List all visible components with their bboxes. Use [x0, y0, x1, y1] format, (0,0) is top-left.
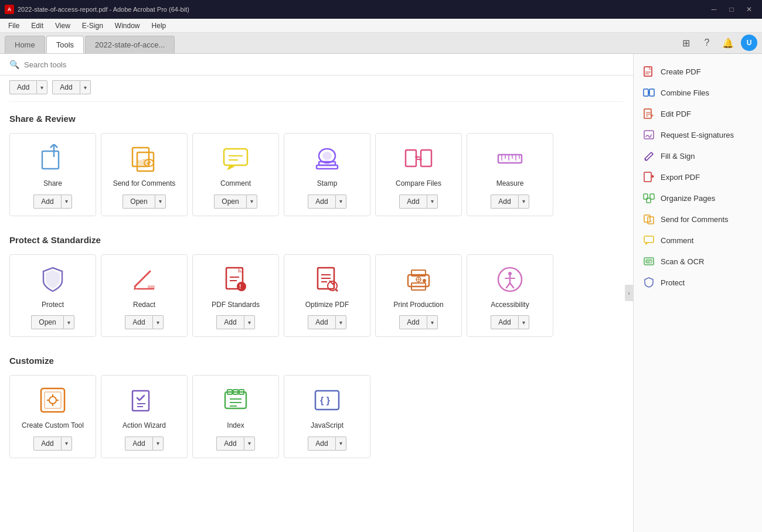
top-add-main-1[interactable]: Add [9, 80, 36, 94]
avatar[interactable]: U [741, 35, 757, 51]
right-panel-create-pdf[interactable]: Create PDF [634, 61, 762, 82]
organize-pages-icon [643, 192, 655, 204]
redact-dropdown[interactable]: ▾ [152, 315, 164, 329]
right-panel-combine-files[interactable]: Combine Files [634, 82, 762, 103]
right-panel-edit-pdf[interactable]: Edit PDF [634, 103, 762, 124]
top-add-main-2[interactable]: Add [52, 80, 79, 94]
tool-card-create-custom-tool[interactable]: Create Custom Tool Add ▾ [9, 375, 96, 458]
menu-file[interactable]: File [4, 21, 24, 31]
pdf-standards-dropdown[interactable]: ▾ [244, 315, 255, 329]
menu-edit[interactable]: Edit [26, 21, 48, 31]
share-add-dropdown[interactable]: ▾ [61, 195, 72, 209]
protect-dropdown[interactable]: ▾ [63, 315, 74, 329]
tool-card-print-production[interactable]: Print Production Add ▾ [375, 254, 462, 337]
print-production-icon [403, 264, 434, 295]
close-button[interactable]: ✕ [741, 1, 757, 18]
print-production-add-btn[interactable]: Add [399, 315, 426, 329]
index-dropdown[interactable]: ▾ [244, 436, 255, 451]
right-panel-comment[interactable]: Comment [634, 230, 762, 251]
edit-pdf-label: Edit PDF [661, 110, 691, 118]
create-custom-dropdown[interactable]: ▾ [61, 436, 72, 451]
action-wizard-label: Action Wizard [123, 421, 166, 431]
measure-add-btn[interactable]: Add [491, 195, 518, 209]
print-production-dropdown[interactable]: ▾ [427, 315, 438, 329]
protect-open-btn[interactable]: Open [31, 315, 63, 329]
action-wizard-add-btn[interactable]: Add [125, 436, 152, 451]
right-panel-request-esig[interactable]: Request E-signatures [634, 124, 762, 145]
create-custom-tool-label: Create Custom Tool [22, 421, 84, 431]
optimize-pdf-dropdown[interactable]: ▾ [335, 315, 346, 329]
right-panel-organize-pages[interactable]: Organize Pages [634, 187, 762, 209]
create-pdf-icon [643, 66, 655, 77]
menu-view[interactable]: View [50, 21, 75, 31]
compare-dropdown[interactable]: ▾ [427, 195, 438, 209]
panel-collapse-arrow[interactable]: › [625, 285, 633, 301]
tool-card-pdf-standards[interactable]: ! PDF Standards Add ▾ [192, 254, 279, 337]
tool-card-measure[interactable]: Measure Add ▾ [467, 133, 553, 216]
accessibility-add-btn[interactable]: Add [491, 315, 518, 329]
comment-dropdown[interactable]: ▾ [246, 195, 257, 209]
right-panel-protect[interactable]: Protect [634, 272, 762, 293]
tool-card-comment[interactable]: Comment Open ▾ [192, 133, 279, 216]
svg-rect-85 [646, 260, 652, 263]
redact-add-btn[interactable]: Add [125, 315, 152, 329]
tool-card-stamp[interactable]: Stamp Add ▾ [284, 133, 370, 216]
tab-tools[interactable]: Tools [46, 36, 84, 53]
action-wizard-dropdown[interactable]: ▾ [152, 436, 164, 451]
notification-icon[interactable]: 🔔 [720, 35, 736, 51]
top-add-btn-2[interactable]: Add ▾ [52, 80, 90, 94]
fill-sign-icon [643, 150, 655, 162]
accessibility-dropdown[interactable]: ▾ [518, 315, 529, 329]
svg-point-43 [508, 272, 512, 275]
right-panel-fill-sign[interactable]: Fill & Sign [634, 145, 762, 166]
tools-scroll[interactable]: Add ▾ Add ▾ Share & Review [0, 76, 633, 532]
index-icon [220, 385, 251, 415]
menu-window[interactable]: Window [110, 21, 145, 31]
pdf-standards-add-btn[interactable]: Add [216, 315, 243, 329]
top-add-dropdown-2[interactable]: ▾ [80, 80, 91, 94]
top-add-btn-1[interactable]: Add ▾ [9, 80, 47, 94]
top-add-dropdown-1[interactable]: ▾ [36, 80, 47, 94]
comment-r-icon [643, 234, 655, 246]
svg-line-47 [510, 283, 513, 288]
tool-card-protect[interactable]: Protect Open ▾ [9, 254, 96, 337]
javascript-add-btn[interactable]: Add [308, 436, 335, 451]
help-icon[interactable]: ? [699, 35, 715, 51]
optimize-pdf-add-btn[interactable]: Add [308, 315, 335, 329]
tool-card-send-for-comments[interactable]: Send for Comments Open ▾ [101, 133, 188, 216]
menu-help[interactable]: Help [147, 21, 171, 31]
stamp-dropdown[interactable]: ▾ [335, 195, 346, 209]
send-for-comments-open-btn[interactable]: Open [123, 195, 154, 209]
javascript-dropdown[interactable]: ▾ [335, 436, 346, 451]
search-input[interactable] [24, 60, 624, 69]
compare-add-btn[interactable]: Add [399, 195, 426, 209]
minimize-button[interactable]: ─ [706, 1, 722, 18]
menu-esign[interactable]: E-Sign [77, 21, 108, 31]
maximize-button[interactable]: □ [723, 1, 740, 18]
svg-rect-55 [132, 391, 149, 411]
stamp-add-btn[interactable]: Add [308, 195, 335, 209]
share-add-btn[interactable]: Add [33, 195, 60, 209]
tab-document[interactable]: 2022-state-of-acce... [85, 36, 175, 53]
create-custom-add-btn[interactable]: Add [33, 436, 60, 451]
tool-card-index[interactable]: Index Add ▾ [192, 375, 279, 458]
tool-card-redact[interactable]: Redact Add ▾ [101, 254, 188, 337]
section-customize: Customize [9, 356, 624, 458]
tool-card-share[interactable]: Share Add ▾ [9, 133, 96, 216]
accessibility-label: Accessibility [491, 301, 529, 310]
index-add-btn[interactable]: Add [216, 436, 243, 451]
tool-card-action-wizard[interactable]: Action Wizard Add ▾ [101, 375, 188, 458]
measure-dropdown[interactable]: ▾ [518, 195, 529, 209]
right-panel-scan-ocr[interactable]: Scan & OCR [634, 251, 762, 272]
comment-open-btn[interactable]: Open [214, 195, 246, 209]
tab-home[interactable]: Home [5, 36, 45, 53]
right-panel-send-for-comments[interactable]: Send for Comments [634, 209, 762, 230]
tool-card-javascript[interactable]: { } JavaScript Add ▾ [284, 375, 370, 458]
right-panel-export-pdf[interactable]: Export PDF [634, 166, 762, 187]
tool-card-optimize-pdf[interactable]: Optimize PDF Add ▾ [284, 254, 370, 337]
tool-card-accessibility[interactable]: Accessibility Add ▾ [467, 254, 553, 337]
tool-card-compare-files[interactable]: Compare Files Add ▾ [375, 133, 462, 216]
account-icon[interactable]: ⊞ [678, 35, 694, 51]
send-for-comments-icon [129, 143, 159, 173]
send-for-comments-dropdown[interactable]: ▾ [155, 195, 166, 209]
